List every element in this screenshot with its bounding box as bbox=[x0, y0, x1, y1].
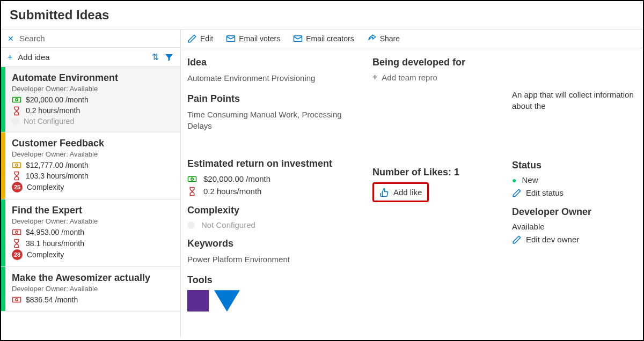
roi-money: $20,000.00 /month bbox=[187, 174, 362, 184]
money-icon bbox=[12, 227, 21, 237]
search-input[interactable] bbox=[19, 34, 174, 43]
add-idea-row: + Add idea ⇅ bbox=[1, 48, 180, 67]
hourglass-icon bbox=[187, 186, 197, 196]
complexity-value: Not Configured bbox=[187, 220, 362, 229]
search-row: ✕ bbox=[1, 29, 180, 48]
add-like-button[interactable]: Add like bbox=[372, 182, 429, 202]
idea-title: Automate Environment bbox=[12, 72, 174, 84]
idea-owner: Developer Owner: Available bbox=[12, 285, 174, 293]
share-icon bbox=[367, 34, 377, 43]
edit-dev-owner-button[interactable]: Edit dev owner bbox=[512, 234, 636, 244]
idea-title: Find the Expert bbox=[12, 205, 174, 216]
complexity-badge: 28 bbox=[12, 249, 23, 260]
keywords-value: Power Platform Environment bbox=[187, 254, 362, 265]
left-panel: ✕ + Add idea ⇅ Automate Environment Deve… bbox=[1, 29, 181, 337]
money-icon bbox=[12, 295, 21, 305]
hourglass-icon bbox=[12, 238, 21, 248]
pain-label: Pain Points bbox=[187, 93, 362, 105]
tool-thumb-blue bbox=[214, 290, 240, 312]
filter-icon[interactable] bbox=[164, 52, 174, 62]
tool-thumb-purple bbox=[187, 290, 209, 312]
edit-button[interactable]: Edit bbox=[187, 34, 213, 43]
roi-hours: 0.2 hours/month bbox=[187, 186, 362, 196]
idea-content: Find the Expert Developer Owner: Availab… bbox=[5, 199, 180, 266]
svg-point-3 bbox=[16, 164, 18, 167]
svg-rect-2 bbox=[13, 162, 21, 167]
idea-item[interactable]: Find the Expert Developer Owner: Availab… bbox=[1, 199, 180, 267]
idea-owner: Developer Owner: Available bbox=[12, 217, 174, 225]
dev-owner-label: Developer Owner bbox=[512, 206, 636, 218]
idea-title: Customer Feedback bbox=[12, 138, 174, 149]
complexity-label: Complexity bbox=[187, 205, 362, 216]
plus-icon: + bbox=[372, 72, 377, 82]
detail-col3: An app that will collect information abo… bbox=[512, 57, 636, 329]
money-icon bbox=[187, 174, 197, 184]
tools-thumbs bbox=[187, 290, 362, 313]
notconf-icon bbox=[187, 221, 195, 229]
idea-owner: Developer Owner: Available bbox=[12, 85, 174, 93]
idea-hours: 0.2 hours/month bbox=[12, 106, 174, 115]
status-value: ● New bbox=[512, 175, 636, 184]
complexity-badge: 25 bbox=[12, 182, 23, 192]
svg-point-5 bbox=[16, 231, 18, 234]
hourglass-icon bbox=[12, 171, 21, 181]
idea-label: Idea bbox=[187, 57, 362, 68]
idea-money: $12,777.00 /month bbox=[12, 160, 174, 170]
idea-hours: 103.3 hours/month bbox=[12, 171, 174, 181]
svg-rect-4 bbox=[13, 230, 21, 235]
keywords-label: Keywords bbox=[187, 238, 362, 249]
page-header: Submitted Ideas bbox=[1, 1, 643, 29]
thumbs-up-icon bbox=[379, 187, 389, 197]
status-bar bbox=[1, 267, 5, 311]
svg-rect-6 bbox=[13, 298, 21, 302]
edit-status-button[interactable]: Edit status bbox=[512, 188, 636, 198]
status-bar bbox=[1, 67, 5, 132]
pain-value: Time Consuming Manual Work, Processing D… bbox=[187, 109, 362, 131]
idea-item[interactable]: Automate Environment Developer Owner: Av… bbox=[1, 67, 180, 132]
idea-content: Automate Environment Developer Owner: Av… bbox=[5, 67, 180, 132]
tools-label: Tools bbox=[187, 275, 362, 286]
email-creators-button[interactable]: Email creators bbox=[293, 34, 354, 43]
idea-complexity: Not Configured bbox=[12, 117, 174, 125]
idea-item[interactable]: Customer Feedback Developer Owner: Avail… bbox=[1, 132, 180, 200]
being-dev-label: Being developed for bbox=[372, 57, 501, 68]
money-icon bbox=[12, 160, 21, 170]
dev-owner-value: Available bbox=[512, 222, 636, 231]
add-team-button[interactable]: + Add team repro bbox=[372, 72, 501, 82]
detail-col1: Idea Automate Environment Provisioning P… bbox=[187, 57, 372, 329]
hourglass-icon bbox=[12, 106, 21, 115]
mail-icon bbox=[226, 34, 236, 43]
money-icon bbox=[12, 95, 21, 105]
status-label: Status bbox=[512, 160, 636, 171]
plus-icon[interactable]: + bbox=[8, 53, 12, 62]
idea-title: Make the Awesomizer actually bbox=[12, 272, 174, 284]
idea-money: $836.54 /month bbox=[12, 295, 174, 305]
close-icon[interactable]: ✕ bbox=[8, 34, 14, 43]
idea-complexity: 28 Complexity bbox=[12, 249, 174, 260]
detail-area: Idea Automate Environment Provisioning P… bbox=[181, 48, 643, 337]
add-idea-label[interactable]: Add idea bbox=[18, 53, 147, 62]
status-bar bbox=[1, 132, 5, 199]
sort-icon[interactable]: ⇅ bbox=[152, 52, 159, 62]
idea-item[interactable]: Make the Awesomizer actually Developer O… bbox=[1, 267, 180, 312]
pencil-icon bbox=[512, 234, 522, 244]
idea-complexity: 25 Complexity bbox=[12, 182, 174, 192]
svg-point-7 bbox=[16, 299, 18, 301]
main-content: ✕ + Add idea ⇅ Automate Environment Deve… bbox=[1, 29, 643, 337]
share-button[interactable]: Share bbox=[367, 34, 400, 43]
right-panel: Edit Email voters Email creators Share I… bbox=[181, 29, 643, 337]
idea-content: Customer Feedback Developer Owner: Avail… bbox=[5, 132, 180, 199]
idea-value: Automate Environment Provisioning bbox=[187, 72, 362, 84]
description-text: An app that will collect information abo… bbox=[512, 89, 636, 112]
svg-rect-10 bbox=[188, 177, 196, 182]
email-voters-button[interactable]: Email voters bbox=[226, 34, 280, 43]
pencil-icon bbox=[512, 188, 522, 198]
notconf-icon bbox=[12, 117, 19, 125]
idea-money: $20,000.00 /month bbox=[12, 95, 174, 105]
mail-icon bbox=[293, 34, 303, 43]
idea-money: $4,953.00 /month bbox=[12, 227, 174, 237]
svg-rect-0 bbox=[13, 98, 21, 102]
likes-label: Number of Likes: 1 bbox=[372, 167, 501, 178]
status-bar bbox=[1, 199, 5, 266]
detail-col2: Being developed for + Add team repro Num… bbox=[372, 57, 512, 329]
